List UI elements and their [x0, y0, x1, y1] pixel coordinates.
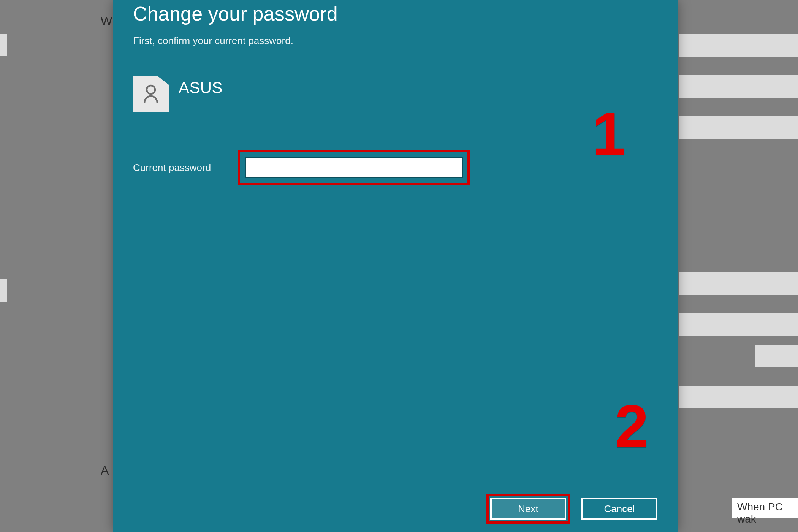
user-row: ASUS [133, 76, 659, 112]
dialog-subtitle: First, confirm your current password. [133, 35, 659, 47]
current-password-row: Current password [133, 157, 659, 178]
change-password-dialog: Change your password First, confirm your… [113, 0, 678, 532]
current-password-input[interactable] [245, 157, 463, 178]
bg-panel-item [679, 314, 798, 336]
next-button[interactable]: Next [490, 498, 566, 520]
svg-point-0 [147, 86, 155, 94]
person-icon [141, 83, 160, 106]
cancel-button[interactable]: Cancel [581, 498, 657, 520]
dialog-title: Change your password [133, 0, 659, 25]
bg-panel-item [0, 34, 7, 56]
user-name: ASUS [179, 76, 223, 97]
bg-panel-item [679, 34, 798, 57]
bg-panel-item [679, 116, 798, 139]
bg-panel-item [679, 272, 798, 295]
bg-panel-item [755, 345, 798, 367]
bg-panel-item [0, 279, 7, 302]
current-password-label: Current password [133, 162, 245, 174]
avatar [133, 76, 169, 112]
annotation-number-1: 1 [592, 99, 626, 169]
bg-wake-label: When PC wak [732, 498, 798, 518]
dialog-buttons: Next Cancel [486, 494, 657, 524]
bg-panel-item [679, 75, 798, 98]
bg-panel-item [679, 386, 798, 408]
annotation-number-2: 2 [615, 391, 649, 461]
